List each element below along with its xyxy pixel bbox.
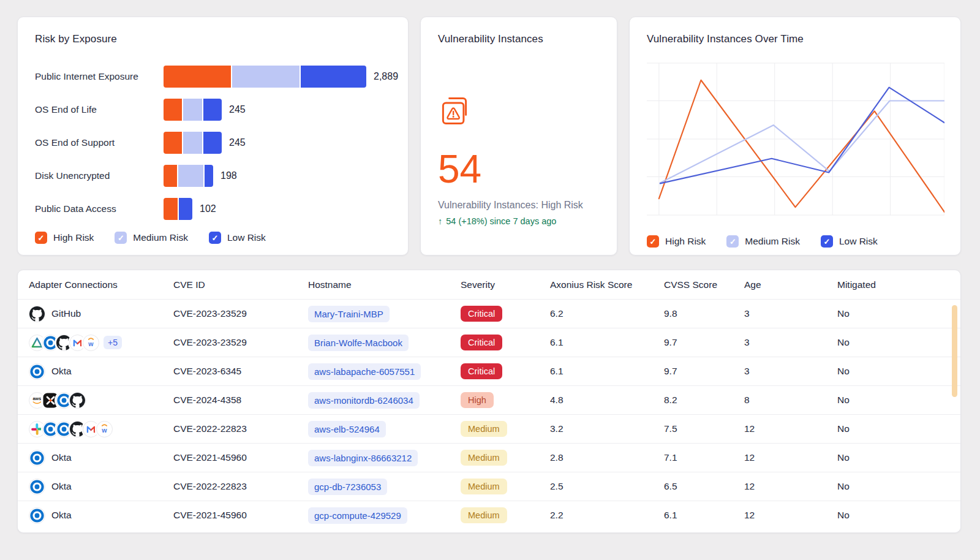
mitigated-cell: No	[837, 452, 960, 463]
column-header-cve-id: CVE ID	[173, 279, 308, 290]
cvss-score-cell: 8.2	[664, 395, 744, 406]
legend-label: High Risk	[665, 236, 706, 247]
kpi-value: 54	[438, 149, 600, 189]
hostname-link[interactable]: aws-labapache-6057551	[308, 363, 421, 380]
hostname-cell: aws-labapache-6057551	[308, 363, 461, 380]
legend-item-high-risk: ✓High Risk	[35, 232, 94, 244]
low-risk-checkbox[interactable]: ✓	[209, 232, 221, 244]
exposure-value: 2,889	[374, 71, 398, 82]
exposure-bar	[164, 66, 366, 88]
medium-risk-checkbox[interactable]: ✓	[115, 232, 127, 244]
severity-badge: Critical	[461, 306, 502, 322]
hostname-cell: Mary-Traini-MBP	[308, 306, 461, 322]
mitigated-cell: No	[837, 337, 960, 348]
medium-risk-segment	[183, 132, 202, 154]
trend-up-arrow-icon: ↑	[438, 216, 442, 226]
severity-cell: Critical	[461, 335, 550, 350]
low-risk-checkbox[interactable]: ✓	[821, 235, 833, 248]
table-row[interactable]: OktaCVE-2023-6345aws-labapache-6057551Cr…	[18, 357, 960, 385]
kpi-caption: Vulnerability Instances: High Risk	[438, 200, 600, 211]
risk-by-exposure-title: Risk by Exposure	[35, 33, 391, 45]
cve-id-cell: CVE-2021-45960	[173, 510, 308, 521]
hostname-cell: gcp-db-7236053	[308, 479, 461, 495]
severity-badge: Critical	[461, 363, 502, 379]
w-hat-icon: w	[96, 421, 113, 437]
trend-text: 54 (+18%) since 7 days ago	[446, 216, 556, 226]
severity-badge: Medium	[461, 479, 507, 494]
series-high-risk	[659, 80, 944, 212]
okta-icon	[29, 450, 45, 466]
severity-badge: Medium	[461, 450, 507, 466]
hostname-link[interactable]: gcp-compute-429529	[308, 507, 407, 524]
adapter-name: Okta	[51, 481, 72, 492]
mitigated-cell: No	[837, 308, 960, 319]
vertical-scrollbar-thumb[interactable]	[952, 305, 957, 397]
cvss-score-cell: 7.5	[664, 423, 744, 434]
age-cell: 12	[744, 452, 837, 463]
overtime-legend: ✓High Risk✓Medium Risk✓Low Risk	[647, 235, 943, 248]
high-risk-checkbox[interactable]: ✓	[35, 232, 47, 244]
hostname-link[interactable]: aws-monitordb-6246034	[308, 392, 420, 409]
severity-cell: Medium	[461, 507, 550, 523]
table-header-row: Adapter ConnectionsCVE IDHostnameSeverit…	[18, 270, 960, 299]
table-body: GitHubCVE-2023-23529Mary-Traini-MBPCriti…	[18, 299, 960, 529]
table-row[interactable]: awsCVE-2024-4358aws-monitordb-6246034Hig…	[18, 385, 960, 414]
svg-text:w: w	[88, 339, 94, 347]
legend-item-low-risk: ✓Low Risk	[209, 232, 266, 244]
exposure-value: 198	[221, 170, 237, 181]
table-row[interactable]: OktaCVE-2021-45960aws-labnginx-86663212M…	[18, 443, 960, 472]
high-risk-checkbox[interactable]: ✓	[647, 235, 659, 248]
kpi-trend: ↑ 54 (+18%) since 7 days ago	[438, 216, 600, 226]
severity-cell: Medium	[461, 479, 550, 494]
cvss-score-cell: 6.1	[664, 510, 744, 521]
vulnerability-over-time-card: Vulnerability Instances Over Time ✓High …	[629, 17, 961, 255]
cve-id-cell: CVE-2021-45960	[173, 452, 308, 463]
exposure-bar	[164, 99, 222, 121]
hostname-link[interactable]: gcp-db-7236053	[308, 479, 387, 495]
vulnerability-instances-card: Vulnerability Instances 54 Vulnerability…	[420, 17, 617, 255]
mitigated-cell: No	[837, 423, 960, 434]
severity-cell: Medium	[461, 421, 550, 437]
w-hat-icon: w	[83, 335, 99, 351]
high-risk-segment	[164, 198, 178, 220]
column-header-adapter-connections: Adapter Connections	[29, 279, 173, 290]
adapter-connections-cell: GitHub	[29, 306, 173, 322]
cvss-score-cell: 9.8	[664, 308, 744, 319]
severity-badge: Medium	[461, 421, 507, 437]
low-risk-segment	[179, 198, 192, 220]
series-low-risk	[660, 88, 944, 184]
svg-text:w: w	[101, 426, 107, 433]
vulnerability-over-time-title: Vulnerability Instances Over Time	[647, 33, 943, 45]
hostname-link[interactable]: aws-elb-524964	[308, 421, 386, 437]
legend-label: Medium Risk	[745, 236, 800, 247]
hostname-link[interactable]: aws-labnginx-86663212	[308, 450, 418, 466]
vulnerabilities-table-card: Adapter ConnectionsCVE IDHostnameSeverit…	[17, 270, 961, 533]
legend-label: Low Risk	[839, 236, 878, 247]
age-cell: 12	[744, 423, 837, 434]
hostname-link[interactable]: Brian-Wolfe-Macbook	[308, 335, 409, 351]
github-icon	[69, 392, 86, 409]
medium-risk-checkbox[interactable]: ✓	[726, 235, 739, 248]
adapter-connections-cell: Okta	[29, 363, 173, 380]
table-row[interactable]: GitHubCVE-2023-23529Mary-Traini-MBPCriti…	[18, 299, 960, 328]
table-row[interactable]: wCVE-2022-22823aws-elb-524964Medium3.27.…	[18, 414, 960, 443]
medium-risk-segment	[178, 165, 203, 187]
severity-cell: Critical	[461, 363, 550, 379]
adapter-connections-cell: Okta	[29, 450, 173, 466]
column-header-mitigated: Mitigated	[837, 279, 960, 290]
column-header-age: Age	[744, 279, 837, 290]
top-row: Risk by Exposure Public Internet Exposur…	[17, 17, 961, 255]
table-row[interactable]: OktaCVE-2022-22823gcp-db-7236053Medium2.…	[18, 472, 960, 501]
table-row[interactable]: w+5CVE-2023-23529Brian-Wolfe-MacbookCrit…	[18, 328, 960, 357]
hostname-link[interactable]: Mary-Traini-MBP	[308, 306, 390, 322]
cvss-score-cell: 9.7	[664, 337, 744, 348]
medium-risk-segment	[183, 99, 202, 121]
exposure-label: OS End of Support	[35, 137, 164, 148]
legend-item-medium-risk: ✓Medium Risk	[726, 235, 800, 248]
more-adapters-badge[interactable]: +5	[104, 336, 122, 349]
exposure-label: Public Data Access	[35, 203, 164, 214]
axonius-risk-score-cell: 6.2	[550, 308, 664, 319]
mitigated-cell: No	[837, 510, 960, 521]
exposure-row: Disk Unencrypted198	[35, 159, 391, 192]
table-row[interactable]: OktaCVE-2021-45960gcp-compute-429529Medi…	[18, 501, 960, 529]
